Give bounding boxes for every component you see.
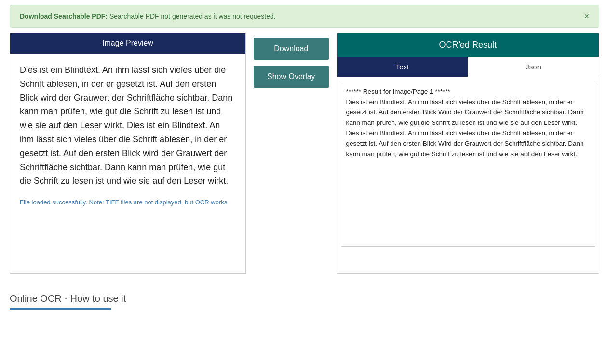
main-layout: Image Preview Dies ist ein Blindtext. An… [0, 33, 609, 283]
ocr-result-panel: OCR'ed Result Text Json [337, 33, 599, 274]
result-textarea[interactable] [341, 81, 595, 247]
tab-text[interactable]: Text [337, 57, 468, 77]
tabs-row: Text Json [337, 57, 599, 77]
ocr-result-title: OCR'ed Result [337, 33, 599, 57]
download-button[interactable]: Download [254, 38, 329, 60]
result-text-container [337, 77, 599, 251]
middle-buttons: Download Show Overlay [254, 33, 329, 88]
bottom-title: Online OCR - How to use it [10, 293, 599, 304]
bottom-bar [10, 308, 111, 310]
image-preview-title: Image Preview [10, 33, 245, 54]
show-overlay-button[interactable]: Show Overlay [254, 66, 329, 88]
image-preview-content: Dies ist ein Blindtext. An ihm lässt sic… [10, 54, 245, 215]
alert-close-button[interactable]: × [584, 12, 589, 21]
file-note: File loaded successfully. Note: TIFF fil… [20, 198, 236, 207]
alert-text: Download Searchable PDF: Searchable PDF … [20, 13, 276, 20]
tab-json[interactable]: Json [468, 57, 599, 77]
alert-label-bold: Download Searchable PDF: [20, 13, 108, 20]
preview-text: Dies ist ein Blindtext. An ihm lässt sic… [20, 63, 236, 188]
image-preview-panel: Image Preview Dies ist ein Blindtext. An… [10, 33, 246, 274]
alert-label-text: Searchable PDF not generated as it was n… [109, 13, 276, 20]
bottom-section: Online OCR - How to use it [0, 283, 609, 315]
alert-banner: Download Searchable PDF: Searchable PDF … [10, 5, 599, 28]
